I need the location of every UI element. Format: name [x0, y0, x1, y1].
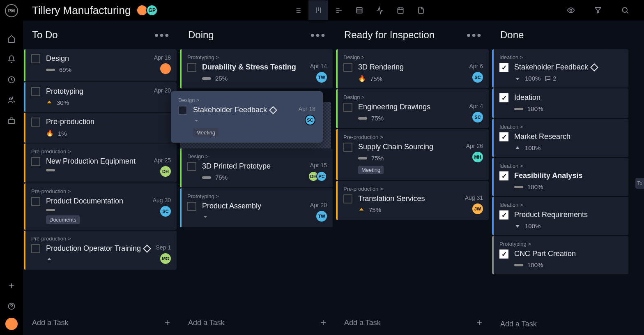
app-logo[interactable]: PM: [5, 4, 18, 17]
card-breadcrumb: Design >: [187, 153, 327, 159]
task-checkbox[interactable]: [31, 244, 40, 253]
dragging-card[interactable]: Design > Stakeholder Feedback Meeting: [171, 91, 323, 143]
assignee-avatar[interactable]: MG: [160, 253, 171, 264]
card-date: Apr 6: [469, 63, 483, 69]
task-checkbox[interactable]: [187, 202, 196, 211]
people-icon[interactable]: [2, 91, 21, 109]
task-checkbox[interactable]: [343, 194, 352, 203]
assignee-avatar[interactable]: TW: [316, 72, 327, 83]
task-checkbox[interactable]: [187, 162, 196, 171]
task-checkbox[interactable]: [31, 87, 40, 96]
assignee-avatar[interactable]: SC: [160, 206, 171, 217]
activity-icon[interactable]: [370, 0, 390, 20]
kanban-board: To Do ●●● Design 69% Apr 18 Prototyping …: [23, 21, 644, 335]
bell-icon[interactable]: [2, 50, 21, 68]
eye-icon[interactable]: [561, 0, 581, 20]
card-breadcrumb: Prototyping >: [499, 241, 623, 247]
add-task-button[interactable]: Add a Task: [491, 313, 631, 335]
file-view-icon[interactable]: [411, 0, 431, 20]
priority-bar-icon: [46, 209, 55, 211]
briefcase-icon[interactable]: [2, 112, 21, 130]
add-task-button[interactable]: Add a Task +: [335, 310, 491, 335]
task-card[interactable]: Pre-production 🔥 1%: [24, 113, 177, 143]
column-menu-icon[interactable]: ●●●: [310, 31, 326, 39]
column-menu-icon[interactable]: ●●●: [466, 31, 482, 39]
add-icon[interactable]: [2, 277, 21, 295]
home-icon[interactable]: [2, 30, 21, 48]
task-checkbox[interactable]: [499, 171, 508, 180]
assignee-avatar[interactable]: JW: [472, 203, 483, 214]
task-card[interactable]: Prototyping 30% Apr 20: [24, 82, 177, 112]
filter-icon[interactable]: [588, 0, 608, 20]
task-card[interactable]: Pre-production > Translation Services 75…: [336, 181, 489, 220]
assignee-avatar[interactable]: SC: [305, 115, 315, 125]
task-card[interactable]: Ideation 100%: [492, 88, 628, 118]
task-checkbox[interactable]: [31, 157, 40, 166]
card-title: Durability & Stress Testing: [202, 63, 310, 72]
assignee-avatar[interactable]: [160, 63, 171, 74]
assignee-avatar[interactable]: MH: [472, 152, 483, 162]
comment-icon[interactable]: 2: [545, 75, 556, 82]
avatar[interactable]: GP: [146, 5, 158, 16]
task-card[interactable]: Ideation > Stakeholder Feedback 100% 2: [492, 49, 628, 88]
add-task-button[interactable]: Add a Task +: [179, 310, 335, 335]
task-checkbox[interactable]: [499, 63, 508, 72]
sheet-view-icon[interactable]: [350, 0, 369, 20]
card-progress: 75%: [215, 174, 228, 181]
list-view-icon[interactable]: [288, 0, 308, 20]
task-checkbox[interactable]: [187, 63, 196, 72]
task-card[interactable]: Pre-production > Production Operator Tra…: [24, 231, 177, 270]
card-title: Product Assembly: [202, 202, 310, 210]
clock-icon[interactable]: [2, 71, 21, 89]
calendar-view-icon[interactable]: [391, 0, 410, 20]
task-checkbox[interactable]: [343, 143, 352, 152]
gantt-view-icon[interactable]: [329, 0, 349, 20]
task-card[interactable]: Design > 3D Printed Prototype 75% Apr 15…: [180, 148, 333, 187]
user-avatar[interactable]: [5, 318, 18, 330]
task-card[interactable]: Design 69% Apr 18: [24, 49, 177, 81]
card-breadcrumb: Ideation >: [499, 202, 623, 208]
task-card[interactable]: Pre-production > Supply Chain Sourcing 7…: [336, 129, 489, 180]
column-menu-icon[interactable]: ●●●: [154, 31, 170, 39]
card-progress: 100%: [525, 222, 540, 229]
card-title: Production Operator Training: [46, 244, 156, 253]
task-card[interactable]: Pre-production > New Production Equipmen…: [24, 143, 177, 183]
task-checkbox[interactable]: [31, 197, 40, 206]
svg-point-6: [570, 9, 572, 12]
assignee-avatar[interactable]: TW: [316, 211, 327, 222]
flame-icon: 🔥: [358, 75, 366, 82]
assignee-avatar[interactable]: SC: [472, 72, 483, 83]
board-view-icon[interactable]: [308, 0, 328, 20]
task-checkbox[interactable]: [499, 132, 508, 141]
task-checkbox[interactable]: [499, 210, 508, 219]
arrow-up-icon: [514, 145, 521, 151]
task-card[interactable]: Design > Engineering Drawings 75% Apr 4S…: [336, 89, 489, 128]
task-card[interactable]: Ideation > Market Research 100%: [492, 119, 628, 157]
add-task-button[interactable]: Add a Task +: [23, 310, 179, 335]
search-icon[interactable]: [615, 0, 635, 20]
task-checkbox[interactable]: [343, 63, 352, 72]
task-checkbox[interactable]: [31, 54, 40, 63]
card-date: Apr 4: [469, 103, 483, 109]
task-card[interactable]: Prototyping > Product Assembly Apr 20TW: [180, 188, 333, 227]
task-card[interactable]: Prototyping > Durability & Stress Testin…: [180, 49, 333, 88]
svg-point-1: [9, 98, 12, 100]
task-checkbox[interactable]: [499, 250, 508, 259]
assignee-avatar[interactable]: DH: [160, 166, 171, 177]
help-icon[interactable]: [2, 297, 21, 315]
team-avatars[interactable]: GP: [138, 5, 158, 16]
card-date: Sep 1: [156, 244, 171, 251]
assignee-avatar[interactable]: SC: [472, 112, 483, 122]
card-date: Apr 25: [154, 157, 171, 164]
card-breadcrumb: Prototyping >: [187, 193, 327, 199]
task-card[interactable]: Ideation > Feasibility Analysis 100%: [492, 158, 628, 196]
task-card[interactable]: Ideation > Product Requirements 100%: [492, 197, 628, 235]
task-checkbox[interactable]: [31, 118, 40, 127]
task-checkbox[interactable]: [499, 93, 508, 102]
task-checkbox[interactable]: [343, 103, 352, 112]
task-checkbox[interactable]: [178, 106, 187, 115]
task-card[interactable]: Prototyping > CNC Part Creation 100%: [492, 236, 628, 274]
assignee-avatar[interactable]: PC: [316, 171, 327, 182]
task-card[interactable]: Design > 3D Rendering 🔥 75% Apr 6SC: [336, 49, 489, 88]
task-card[interactable]: Pre-production > Product Documentation D…: [24, 183, 177, 230]
